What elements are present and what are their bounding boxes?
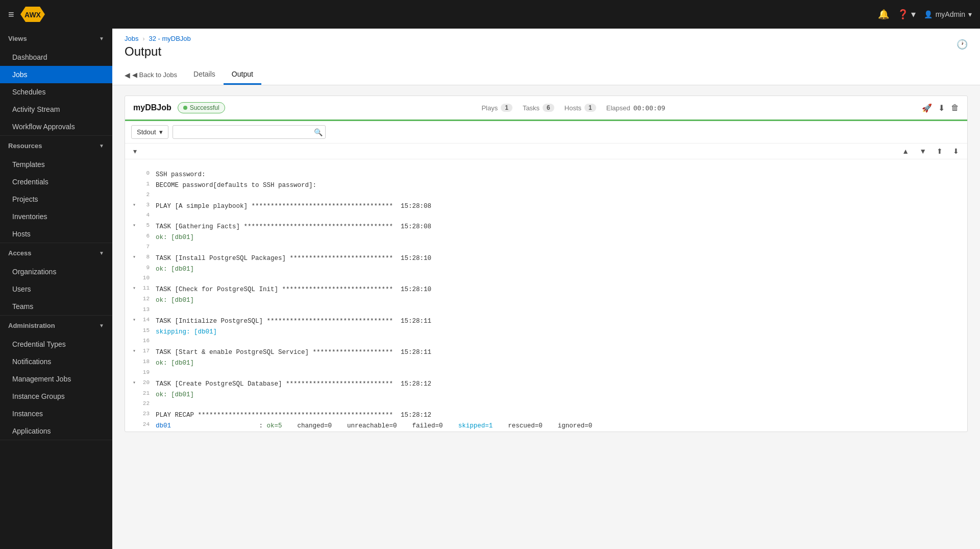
help-icon[interactable]: ❓ ▾ (897, 9, 916, 20)
log-line-content: TASK [Create PostgreSQL Database] ******… (152, 379, 967, 390)
log-line-content (152, 337, 967, 338)
log-line: 22 (125, 400, 967, 410)
sidebar-section-views-header[interactable]: Views ▼ (0, 29, 112, 49)
elapsed-stat: Elapsed 00:00:09 (606, 104, 666, 112)
sidebar-item-credential-types[interactable]: Credential Types (0, 336, 112, 353)
log-line-content (152, 400, 967, 401)
line-number: 6 (139, 233, 150, 239)
access-chevron-icon: ▼ (99, 250, 104, 256)
output-panel: myDBJob Successful Plays 1 Tasks (125, 96, 968, 432)
collapse-button[interactable]: ▾ (131, 222, 137, 228)
back-label: ◀ Back to Jobs (132, 71, 177, 79)
sidebar-item-applications[interactable]: Applications (0, 422, 112, 440)
scroll-down-button[interactable]: ▼ (915, 146, 930, 157)
filter-select[interactable]: Stdout ▾ (131, 125, 168, 139)
scroll-up-button[interactable]: ▲ (898, 146, 913, 157)
collapse-button[interactable]: ▾ (131, 202, 137, 208)
log-line: 18ok: [db01] (125, 358, 967, 369)
search-input[interactable] (173, 125, 326, 139)
tasks-stat: Tasks 6 (523, 104, 554, 112)
hosts-stat: Hosts 1 (565, 104, 596, 112)
log-line-content (152, 211, 967, 212)
collapse-button[interactable]: ▾ (131, 348, 137, 354)
page-header: Jobs › 32 - myDBJob Output ◀ ◀ Back to J… (112, 29, 980, 85)
line-number: 21 (139, 390, 150, 396)
log-line-content: ok: [db01] (152, 264, 967, 275)
sidebar-section-resources-header[interactable]: Resources ▼ (0, 136, 112, 156)
log-line: ▾14TASK [Initialize PostgreSQL] ********… (125, 316, 967, 327)
breadcrumb-separator: › (142, 35, 144, 42)
sidebar-section-admin-label: Administration (8, 322, 55, 329)
job-name: myDBJob (133, 103, 172, 112)
sidebar-item-users[interactable]: Users (0, 280, 112, 298)
sidebar-section-views-label: Views (8, 35, 27, 42)
log-line-content: ok: [db01] (152, 295, 967, 306)
collapse-toggle-button[interactable]: ▾ (129, 146, 141, 157)
rocket-icon[interactable]: 🚀 (922, 103, 932, 113)
sidebar-item-schedules[interactable]: Schedules (0, 83, 112, 101)
sidebar-section-access: Access ▼ Organizations Users Teams (0, 243, 112, 316)
line-number: 22 (139, 400, 150, 407)
scroll-bottom-button[interactable]: ⬇ (949, 146, 963, 157)
sidebar-item-inventories[interactable]: Inventories (0, 208, 112, 225)
log-line-content (152, 191, 967, 192)
sidebar-section-admin: Administration ▼ Credential Types Notifi… (0, 316, 112, 440)
output-toolbar: Stdout ▾ 🔍 (125, 121, 967, 144)
collapse-button[interactable]: ▾ (131, 317, 137, 323)
collapse-button[interactable]: ▾ (131, 285, 137, 291)
sidebar-item-templates[interactable]: Templates (0, 156, 112, 173)
topnav-right: 🔔 ❓ ▾ 👤 myAdmin ▾ (878, 9, 972, 20)
sidebar-section-access-header[interactable]: Access ▼ (0, 243, 112, 263)
sidebar-item-jobs[interactable]: Jobs (0, 66, 112, 83)
history-icon: 🕐 (957, 39, 968, 50)
line-number: 9 (139, 265, 150, 271)
sidebar-section-admin-header[interactable]: Administration ▼ (0, 316, 112, 336)
filter-chevron-icon: ▾ (159, 128, 163, 136)
sidebar-item-instances[interactable]: Instances (0, 405, 112, 422)
collapse-button[interactable]: ▾ (131, 254, 137, 260)
log-line: 10 (125, 274, 967, 284)
log-line-content: PLAY RECAP *****************************… (152, 410, 967, 421)
sidebar-item-hosts[interactable]: Hosts (0, 225, 112, 243)
notifications-icon[interactable]: 🔔 (878, 9, 889, 20)
log-line-content: PLAY [A simple playbook] ***************… (152, 201, 967, 212)
line-number: 20 (139, 379, 150, 386)
collapse-button[interactable]: ▾ (131, 379, 137, 386)
elapsed-value: 00:00:09 (633, 104, 666, 112)
tab-details[interactable]: Details (185, 65, 224, 85)
hamburger-menu[interactable]: ≡ (8, 9, 14, 20)
tab-output[interactable]: Output (224, 65, 261, 85)
history-button[interactable]: 🕐 (957, 39, 968, 50)
back-to-jobs-tab[interactable]: ◀ ◀ Back to Jobs (125, 66, 185, 84)
log-line-gutter (125, 159, 152, 160)
scroll-controls: ▾ ▲ ▼ ⬆ ⬇ (125, 144, 967, 159)
sidebar-item-workflow-approvals[interactable]: Workflow Approvals (0, 118, 112, 135)
user-menu[interactable]: 👤 myAdmin ▾ (924, 10, 972, 18)
sidebar-item-organizations[interactable]: Organizations (0, 263, 112, 280)
resources-chevron-icon: ▼ (99, 143, 104, 149)
sidebar-item-dashboard[interactable]: Dashboard (0, 49, 112, 66)
plays-stat: Plays 1 (481, 104, 512, 112)
log-line: 2 (125, 191, 967, 201)
scroll-top-button[interactable]: ⬆ (933, 146, 947, 157)
hosts-label: Hosts (565, 104, 581, 112)
sidebar-item-teams[interactable]: Teams (0, 298, 112, 315)
log-line-gutter: 1 (125, 180, 152, 187)
sidebar-item-projects[interactable]: Projects (0, 190, 112, 208)
plays-value: 1 (501, 104, 512, 112)
sidebar-item-instance-groups[interactable]: Instance Groups (0, 388, 112, 405)
line-number: 0 (139, 170, 150, 176)
log-line-content: SSH password: (152, 170, 967, 180)
download-icon[interactable]: ⬇ (938, 103, 945, 113)
sidebar-item-notifications[interactable]: Notifications (0, 353, 112, 370)
log-line: ▾8TASK [Install PostgreSQL Packages] ***… (125, 253, 967, 264)
breadcrumb-jobs[interactable]: Jobs (125, 35, 138, 42)
log-line: 13 (125, 306, 967, 316)
sidebar-item-credentials[interactable]: Credentials (0, 173, 112, 190)
sidebar-item-management-jobs[interactable]: Management Jobs (0, 370, 112, 388)
log-line: ▾17TASK [Start & enable PostgreSQL Servi… (125, 347, 967, 358)
sidebar-item-activity-stream[interactable]: Activity Stream (0, 101, 112, 118)
search-icon[interactable]: 🔍 (314, 128, 323, 136)
log-line-content: TASK [Check for PostgreSQL Init] *******… (152, 284, 967, 295)
delete-icon[interactable]: 🗑 (951, 103, 959, 112)
